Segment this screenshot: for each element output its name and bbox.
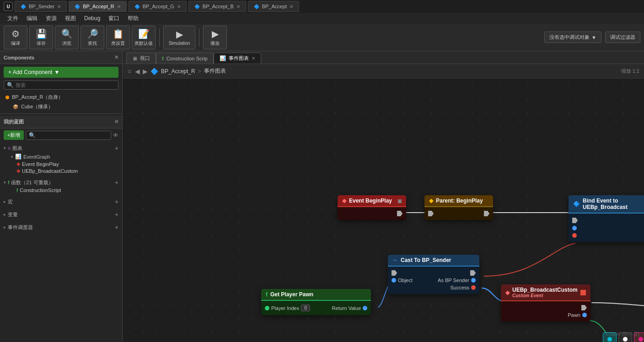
tab-bp-accept-r[interactable]: 🔷 BP_Accept_R ✕	[69, 1, 126, 12]
event-pin	[572, 233, 577, 238]
parent-beginplay-node[interactable]: ◆ Parent: BeginPlay	[424, 195, 493, 220]
component-search: 🔍	[4, 80, 118, 90]
get-player-pawn-node[interactable]: f Get Player Pawn Player Index 0 Return …	[261, 289, 371, 315]
arrow-icon: ▸	[4, 199, 6, 204]
node-title: Bind Event to UEBp_Broadcast	[583, 198, 644, 210]
node-title: Parent: BeginPlay	[436, 198, 483, 204]
add-component-button[interactable]: + Add Component ▼	[4, 67, 118, 78]
exec-row	[338, 210, 406, 217]
debug-filter-button[interactable]: 调试过滤器	[605, 32, 640, 43]
class-settings-icon: 📋	[113, 28, 124, 39]
my-blueprint-close-icon[interactable]: ✕	[114, 119, 118, 125]
cast-icon: ↔	[392, 257, 398, 263]
save-button[interactable]: 💾 保存	[29, 26, 53, 49]
success-pin	[471, 285, 476, 290]
target-row: Target	[569, 224, 644, 232]
zoom-label: 缩放 1:1	[621, 68, 639, 75]
menu-file[interactable]: 文件	[4, 13, 22, 23]
cast-to-bp-sender-node[interactable]: ↔ Cast To BP_Sender Object As B	[388, 255, 479, 294]
components-close-icon[interactable]: ✕	[114, 54, 118, 60]
bp-search-input[interactable]	[38, 133, 108, 138]
new-search-bar: +新增 🔍 👁	[0, 128, 122, 142]
compile-button[interactable]: ⚙ 编译	[4, 26, 27, 49]
play-button[interactable]: ▶ 播放	[203, 26, 227, 49]
bind-event-node[interactable]: 🔷 Bind Event to UEBp_Broadcast ▷ Target …	[569, 195, 644, 242]
simulation-button[interactable]: ▶ Simulation	[163, 26, 195, 49]
event-icon: ◆	[429, 198, 433, 204]
menu-asset[interactable]: 资源	[42, 13, 60, 23]
tab-construction-script[interactable]: f Construction Scrip	[156, 53, 214, 64]
functions-section-header: ▾ f 函数（21 可重载） +	[4, 178, 118, 187]
tab-bp-accept[interactable]: 🔷 BP_Accept ✕	[248, 1, 299, 12]
pawn-row: Pawn	[501, 311, 590, 319]
broadcast-custom-node[interactable]: ◆ UEBp_BroadcastCustom Custom Event Pawn	[501, 284, 590, 321]
new-button[interactable]: +新增	[4, 130, 24, 140]
node-body: Object As BP Sender Success	[388, 267, 479, 294]
menu-window[interactable]: 窗口	[105, 13, 123, 23]
menu-help[interactable]: 帮助	[124, 13, 142, 23]
tab-close-icon[interactable]: ✕	[177, 4, 181, 9]
node-body	[338, 207, 406, 220]
browse-button[interactable]: 🔍 浏览	[55, 26, 79, 49]
component-search-input[interactable]	[16, 82, 115, 88]
menu-debug[interactable]: Debug	[80, 13, 104, 23]
uebp-broadcast-item[interactable]: ◆ UEBp_BroadcastCustom	[4, 167, 118, 174]
back-icon[interactable]: ◀	[135, 68, 140, 75]
main-layout: Components ✕ + Add Component ▼ 🔍 BP_Acce…	[0, 51, 644, 342]
construction-script-item[interactable]: f ConstructionScript	[4, 187, 118, 193]
bp-icon: 🔷	[150, 68, 158, 75]
exec-out-pin	[470, 270, 476, 276]
pawn-pin	[582, 313, 587, 317]
exec-row: ▷	[569, 216, 644, 224]
tab-close-icon[interactable]: ✕	[117, 4, 121, 9]
bp-search-icon: 🔍	[29, 132, 36, 139]
menu-edit[interactable]: 编辑	[23, 13, 41, 23]
exec-out: ▣	[397, 198, 402, 203]
bp-search: 🔍	[26, 131, 111, 140]
no-debug-button[interactable]: 没有选中调试对象 ▼	[544, 32, 601, 43]
tab-bp-accept-b[interactable]: 🔷 BP_Accept_B ✕	[188, 1, 246, 12]
functions-section: ▾ f 函数（21 可重载） + f ConstructionScript	[0, 176, 122, 195]
event-graph-item[interactable]: ▾ 📊 EventGraph	[4, 153, 118, 160]
simulation-icon: ▶	[176, 29, 183, 40]
components-header: Components ✕	[0, 51, 122, 64]
player-index-pin	[265, 306, 269, 310]
tab-viewport[interactable]: 🖥 视口	[126, 53, 156, 64]
menu-bar: 文件 编辑 资源 视图 Debug 窗口 帮助	[0, 13, 644, 24]
fn-add-button[interactable]: +	[115, 179, 118, 186]
pink-pin	[639, 337, 643, 342]
visibility-icon[interactable]: 👁	[113, 132, 118, 139]
find-button[interactable]: 🔎 查找	[80, 26, 104, 49]
node-title: UEBp_BroadcastCustom	[512, 287, 578, 293]
class-defaults-button[interactable]: 📝 类默认值	[132, 26, 156, 49]
arrow-icon: ▸	[4, 225, 6, 230]
tab-icon: 🔷	[194, 4, 200, 9]
variable-add-button[interactable]: +	[115, 211, 118, 218]
tab-event-graph[interactable]: 📊 事件图表 ✕	[214, 53, 261, 64]
menu-view[interactable]: 视图	[61, 13, 80, 23]
star-icon[interactable]: ☆	[127, 68, 132, 75]
exec-row	[424, 210, 493, 217]
tab-icon: 🔷	[75, 4, 80, 9]
node-header: ◆ Event BeginPlay ▣	[338, 195, 406, 207]
canvas[interactable]: ◆ Event BeginPlay ▣ ◆ Parent: BeginPlay	[123, 79, 644, 342]
exec-in-pin	[572, 218, 578, 223]
graph-add-button[interactable]: +	[115, 144, 118, 152]
macro-add-button[interactable]: +	[115, 198, 118, 205]
tab-close-icon[interactable]: ✕	[290, 4, 293, 9]
class-settings-button[interactable]: 📋 类设置	[106, 26, 130, 49]
event-icon: ◆	[505, 289, 510, 296]
event-beginplay-node[interactable]: ◆ Event BeginPlay ▣	[338, 195, 406, 220]
forward-icon[interactable]: ▶	[143, 68, 148, 75]
exec-in-pin	[428, 211, 434, 216]
tab-bp-sender[interactable]: 🔷 BP_Sender ✕	[15, 1, 67, 12]
dispatcher-add-button[interactable]: +	[115, 224, 118, 231]
variable-section: ▸ 变量 +	[0, 208, 122, 221]
tab-close-icon[interactable]: ✕	[252, 56, 255, 61]
panel-divider	[0, 113, 122, 114]
tab-close-icon[interactable]: ✕	[57, 4, 61, 9]
tab-close-icon[interactable]: ✕	[236, 4, 240, 9]
event-beginplay-item[interactable]: ◆ Event BeginPlay	[4, 160, 118, 167]
player-index-value[interactable]: 0	[301, 305, 310, 311]
tab-bp-accept-g[interactable]: 🔷 BP_Accept_G ✕	[129, 1, 187, 12]
